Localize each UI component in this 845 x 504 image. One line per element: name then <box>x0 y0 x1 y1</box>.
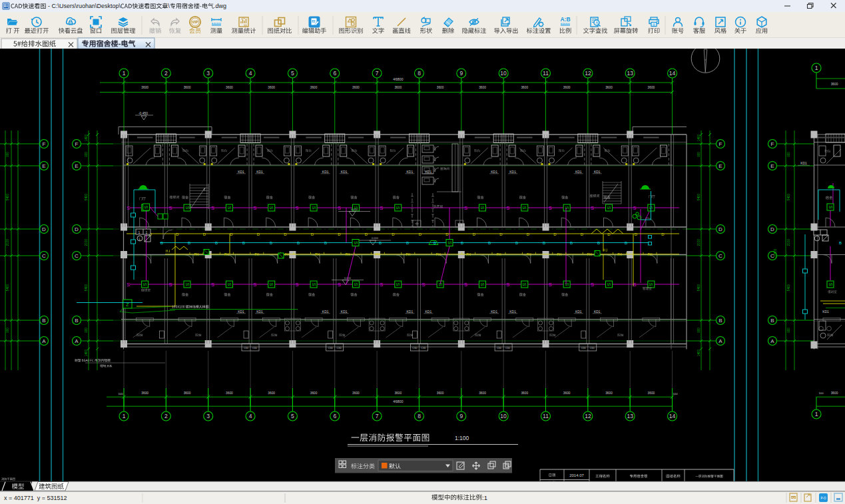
svg-text:2014.07: 2014.07 <box>569 473 584 477</box>
svg-text:3: 3 <box>206 413 210 419</box>
svg-text:3600: 3600 <box>310 391 318 395</box>
svg-text:5400: 5400 <box>787 193 790 200</box>
svg-text:4: 4 <box>249 413 252 419</box>
svg-text:7: 7 <box>376 413 379 419</box>
svg-text:KD1: KD1 <box>800 161 807 165</box>
svg-text:S: S <box>227 206 232 210</box>
svg-text:S: S <box>565 283 569 286</box>
svg-text:S: S <box>633 205 636 211</box>
svg-text:S: S <box>396 283 400 286</box>
svg-text:B: B <box>543 241 545 245</box>
svg-text:5400: 5400 <box>85 193 88 200</box>
svg-text:KD1: KD1 <box>341 170 348 174</box>
svg-text:S: S <box>480 283 485 286</box>
svg-text:S: S <box>253 282 256 288</box>
svg-text:B: B <box>488 241 491 245</box>
svg-text:B: B <box>770 318 774 324</box>
svg-text:KD1: KD1 <box>425 310 432 314</box>
svg-text:KD1: KD1 <box>322 310 329 314</box>
svg-text:12: 12 <box>585 413 591 419</box>
svg-text:1: 1 <box>146 230 148 234</box>
svg-text:3600: 3600 <box>226 86 233 89</box>
svg-text:KD1: KD1 <box>407 170 414 174</box>
svg-text:- C:\Users\ruohan\Desktop\: - C:\Users\ruohan\Desktop\ <box>46 3 121 9</box>
svg-text:KD1: KD1 <box>425 170 432 174</box>
svg-text:900: 900 <box>85 328 88 333</box>
svg-text:KD1: KD1 <box>341 310 348 314</box>
svg-text:B: B <box>625 241 627 245</box>
svg-text:900: 900 <box>6 152 9 157</box>
svg-text:46800: 46800 <box>393 77 403 81</box>
svg-text:S: S <box>506 205 509 211</box>
svg-text:3600: 3600 <box>226 391 233 395</box>
svg-text:2100: 2100 <box>6 238 9 246</box>
svg-text:3600: 3600 <box>268 391 275 395</box>
svg-text:KD1: KD1 <box>594 170 601 174</box>
svg-text:46800: 46800 <box>393 399 403 403</box>
svg-text:100: 100 <box>819 391 824 395</box>
svg-text:KD1: KD1 <box>575 170 582 174</box>
svg-text:D: D <box>770 226 774 232</box>
svg-text:B: B <box>570 241 573 245</box>
svg-text:D: D <box>257 232 260 236</box>
svg-text:D: D <box>42 226 46 232</box>
svg-text:S: S <box>607 283 611 286</box>
svg-text:2100: 2100 <box>85 238 88 246</box>
svg-text:.dwg: .dwg <box>214 3 226 9</box>
svg-text:C5D: C5D <box>497 347 502 350</box>
svg-text:9: 9 <box>459 413 463 419</box>
svg-text:S: S <box>464 282 467 288</box>
svg-text:S: S <box>380 205 383 211</box>
svg-text:C: C <box>42 253 46 259</box>
svg-text:S: S <box>591 282 594 288</box>
svg-text:B: B <box>461 241 463 245</box>
svg-text:B: B <box>160 241 163 245</box>
svg-text:12: 12 <box>585 70 591 77</box>
svg-text:A:B: A:B <box>560 16 570 23</box>
svg-text:13: 13 <box>627 413 633 419</box>
svg-text:1: 1 <box>123 70 126 77</box>
svg-text:D: D <box>311 232 314 236</box>
svg-text:C5D: C5D <box>337 347 342 350</box>
svg-text:S: S <box>168 205 172 211</box>
svg-text:D: D <box>607 232 611 236</box>
svg-text:FH: FH <box>376 252 380 256</box>
svg-text:B: B <box>42 318 45 324</box>
svg-text:S: S <box>380 282 383 288</box>
svg-text:3600: 3600 <box>831 83 838 86</box>
svg-text:5400: 5400 <box>697 193 701 200</box>
svg-text:2: 2 <box>164 413 168 419</box>
svg-text:S: S <box>269 206 274 210</box>
svg-text:5: 5 <box>291 413 294 419</box>
svg-text:3600: 3600 <box>437 86 444 89</box>
svg-text:6: 6 <box>333 70 336 77</box>
svg-text:D: D <box>365 232 368 236</box>
svg-text:13: 13 <box>627 70 633 77</box>
svg-text:3600: 3600 <box>184 86 191 89</box>
svg-text:B: B <box>515 241 518 245</box>
svg-text:S: S <box>185 283 190 286</box>
svg-text:3600: 3600 <box>648 391 655 395</box>
svg-text:D: D <box>203 232 206 236</box>
svg-text:PDF: PDF <box>792 497 796 499</box>
svg-text:11: 11 <box>543 70 549 77</box>
svg-text:6: 6 <box>333 413 336 419</box>
svg-text:3600: 3600 <box>437 391 444 395</box>
svg-text:3600: 3600 <box>184 391 191 395</box>
svg-text:B: B <box>597 241 600 245</box>
svg-text:S: S <box>144 206 148 209</box>
svg-text:S: S <box>607 206 611 210</box>
svg-text:FH: FH <box>224 252 229 256</box>
svg-text:-0.450: -0.450 <box>139 111 148 115</box>
svg-text:S: S <box>211 205 214 211</box>
svg-text:D: D <box>75 226 79 232</box>
svg-text:S: S <box>506 282 509 288</box>
svg-text:3600: 3600 <box>479 391 486 395</box>
svg-text:D: D <box>581 232 584 236</box>
svg-text:B: B <box>297 241 300 245</box>
svg-text:S: S <box>211 282 214 288</box>
svg-text:D: D <box>284 232 287 236</box>
svg-text:S: S <box>522 206 527 210</box>
svg-text:A: A <box>770 338 774 344</box>
svg-text:D: D <box>473 232 476 236</box>
